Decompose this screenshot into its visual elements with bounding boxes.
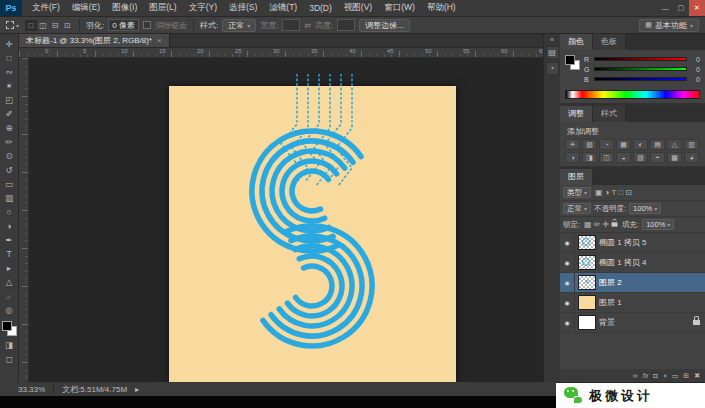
link-layers-icon[interactable]: ∞ xyxy=(633,372,638,379)
menu-item-3[interactable]: 图像(I) xyxy=(106,0,143,16)
menu-item-5[interactable]: 文字(Y) xyxy=(183,0,223,16)
adjustment-layer-icon[interactable]: ◑ xyxy=(662,372,666,379)
refine-edge-button[interactable]: 调整边缘... xyxy=(359,19,410,32)
layer-thumbnail[interactable] xyxy=(579,256,595,269)
color-panel-swatch[interactable] xyxy=(565,55,580,70)
layer-mask-icon[interactable]: ◘ xyxy=(653,372,657,379)
new-selection-icon[interactable]: □ xyxy=(25,20,37,31)
hand-tool[interactable]: ☞ xyxy=(1,289,18,303)
opacity-select[interactable]: 100% ▾ xyxy=(629,203,661,214)
filter-smart-object-icon[interactable]: ⊡ xyxy=(625,188,632,197)
menu-item-8[interactable]: 3D(D) xyxy=(303,0,338,16)
new-layer-icon[interactable]: ⊞ xyxy=(683,372,689,380)
adjustment-icon-2[interactable]: ▧ xyxy=(582,139,597,150)
dodge-tool[interactable]: ◑ xyxy=(1,219,18,233)
adjustment-icon-3[interactable]: ◔ xyxy=(599,139,614,150)
close-button[interactable]: ✕ xyxy=(689,0,705,16)
adjustment-icon-14[interactable]: ◓ xyxy=(650,152,665,163)
visibility-toggle-icon[interactable]: ◉ xyxy=(560,273,575,292)
layer-row-3[interactable]: ◉≈图层 2 xyxy=(560,273,705,293)
foreground-background-swatch[interactable] xyxy=(2,321,17,336)
delete-layer-icon[interactable]: ✖ xyxy=(694,372,700,380)
type-tool[interactable]: T xyxy=(1,247,18,261)
canvas[interactable] xyxy=(19,58,543,382)
shape-tool[interactable]: △ xyxy=(1,275,18,289)
swap-dimensions-icon[interactable]: ⇄ xyxy=(304,21,311,30)
fill-select[interactable]: 100% ▾ xyxy=(642,219,674,230)
new-group-icon[interactable]: ▭ xyxy=(672,372,679,380)
menu-item-11[interactable]: 帮助(H) xyxy=(421,0,462,16)
history-brush-tool[interactable]: ↺ xyxy=(1,163,18,177)
healing-brush-tool[interactable]: ⊕ xyxy=(1,121,18,135)
quick-selection-tool[interactable]: ✶ xyxy=(1,79,18,93)
menu-item-9[interactable]: 视图(V) xyxy=(338,0,378,16)
layer-row-4[interactable]: ◉图层 1 xyxy=(560,293,705,313)
adjustment-icon-7[interactable]: △ xyxy=(667,139,682,150)
pen-tool[interactable]: ✒ xyxy=(1,233,18,247)
filter-adjustment-icon[interactable]: ◑ xyxy=(605,188,610,197)
menu-item-6[interactable]: 选择(S) xyxy=(223,0,263,16)
history-panel-icon[interactable]: ▤ xyxy=(546,46,559,59)
menu-item-1[interactable]: 文件(F) xyxy=(26,0,66,16)
layer-row-5[interactable]: ◉背景 xyxy=(560,313,705,333)
status-menu-arrow-icon[interactable]: ▸ xyxy=(135,385,139,394)
adjustment-icon-9[interactable]: ◑ xyxy=(565,152,580,163)
lock-transparency-icon[interactable]: ▦ xyxy=(584,220,592,229)
subtract-selection-icon[interactable]: ⊟ xyxy=(49,20,61,31)
document-tab[interactable]: 未标题-1 @ 33.3%(图层 2, RGB/8)* × xyxy=(19,34,170,47)
filter-pixel-icon[interactable]: ▣ xyxy=(595,188,603,197)
layer-row-1[interactable]: ◉椭圆 1 拷贝 5 xyxy=(560,233,705,253)
zoom-level[interactable]: 33.33% xyxy=(18,385,45,394)
clone-stamp-tool[interactable]: ⊙ xyxy=(1,149,18,163)
menu-item-7[interactable]: 滤镜(T) xyxy=(263,0,303,16)
vertical-ruler[interactable] xyxy=(19,58,29,382)
move-tool[interactable]: ✛ xyxy=(1,37,18,51)
adjustment-icon-10[interactable]: ◨ xyxy=(582,152,597,163)
active-tool-preset[interactable]: ▾ xyxy=(4,21,21,29)
lock-position-icon[interactable]: ✛ xyxy=(602,220,609,229)
adjustment-icon-11[interactable]: ◫ xyxy=(599,152,614,163)
layer-thumbnail[interactable] xyxy=(579,316,595,329)
adjustment-icon-13[interactable]: ▨ xyxy=(633,152,648,163)
layer-style-icon[interactable]: fx xyxy=(643,372,648,379)
path-selection-tool[interactable]: ▸ xyxy=(1,261,18,275)
feather-input[interactable]: 0 像素 xyxy=(108,19,139,31)
horizontal-ruler[interactable]: 05101520253035404550556065 xyxy=(19,48,543,58)
adjustment-icon-8[interactable]: ▥ xyxy=(684,139,699,150)
zoom-tool[interactable]: ◎ xyxy=(1,303,18,317)
style-select[interactable]: 正常 ▾ xyxy=(222,19,256,32)
layer-thumbnail[interactable] xyxy=(579,236,595,249)
antialias-checkbox[interactable] xyxy=(143,21,151,29)
minimize-button[interactable]: — xyxy=(657,0,673,16)
filter-shape-icon[interactable]: □ xyxy=(618,188,623,197)
menu-item-4[interactable]: 图层(L) xyxy=(143,0,182,16)
restore-button[interactable]: ▢ xyxy=(673,0,689,16)
adjustment-icon-12[interactable]: ◒ xyxy=(616,152,631,163)
tab-color[interactable]: 颜色 xyxy=(560,34,593,50)
layer-row-2[interactable]: ◉椭圆 1 拷贝 4 xyxy=(560,253,705,273)
tab-close-icon[interactable]: × xyxy=(157,36,162,45)
color-slider-track[interactable] xyxy=(594,57,687,61)
rectangular-marquee-tool[interactable]: □ xyxy=(1,51,18,65)
brush-tool[interactable]: ✏ xyxy=(1,135,18,149)
menu-item-2[interactable]: 编辑(E) xyxy=(66,0,106,16)
blend-mode-select[interactable]: 正常 ▾ xyxy=(563,203,591,214)
gradient-tool[interactable]: ▥ xyxy=(1,191,18,205)
layer-thumbnail[interactable]: ≈ xyxy=(579,276,595,289)
add-selection-icon[interactable]: ◫ xyxy=(37,20,49,31)
visibility-toggle-icon[interactable]: ◉ xyxy=(560,233,575,252)
filter-type-icon[interactable]: T xyxy=(611,188,616,197)
adjustment-icon-5[interactable]: ◐ xyxy=(633,139,648,150)
visibility-toggle-icon[interactable]: ◉ xyxy=(560,293,575,312)
layer-filter-select[interactable]: 类型 ▾ xyxy=(563,187,591,198)
workspace-switcher[interactable]: ▦ 基本功能 ▾ xyxy=(639,19,699,32)
eraser-tool[interactable]: ▭ xyxy=(1,177,18,191)
width-input[interactable] xyxy=(282,19,300,31)
color-slider-track[interactable] xyxy=(594,67,687,71)
properties-panel-icon[interactable]: ◔ xyxy=(546,62,559,75)
intersect-selection-icon[interactable]: ⊡ xyxy=(61,20,73,31)
color-slider-track[interactable] xyxy=(594,77,687,81)
crop-tool[interactable]: ◰ xyxy=(1,93,18,107)
visibility-toggle-icon[interactable]: ◉ xyxy=(560,253,575,272)
lasso-tool[interactable]: ∾ xyxy=(1,65,18,79)
